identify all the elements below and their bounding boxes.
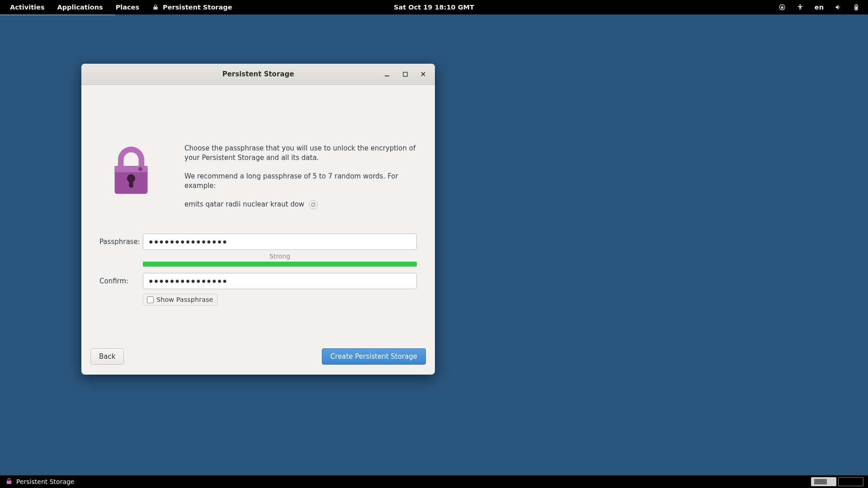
svg-rect-6 (385, 75, 389, 76)
svg-rect-12 (129, 178, 133, 188)
applications-menu[interactable]: Applications (51, 4, 109, 11)
svg-rect-7 (403, 72, 407, 76)
lock-icon (152, 4, 159, 11)
volume-icon[interactable] (835, 4, 842, 11)
taskbar-app-name: Persistent Storage (16, 478, 74, 485)
intro-section: Choose the passphrase that you will use … (99, 144, 417, 209)
workspace-indicator-inactive[interactable] (838, 477, 863, 486)
activities-button[interactable]: Activities (4, 4, 51, 11)
passphrase-row: Passphrase: (99, 234, 417, 250)
strength-indicator: Strong (143, 253, 417, 267)
top-bar: Activities Applications Places Persisten… (0, 0, 868, 14)
confirm-input[interactable] (143, 273, 417, 289)
lock-illustration (99, 144, 163, 209)
back-button[interactable]: Back (90, 348, 124, 365)
show-passphrase-checkbox[interactable]: Show Passphrase (143, 294, 217, 305)
progress-indicator (0, 14, 115, 15)
example-row: emits qatar radii nuclear kraut dow (184, 200, 417, 209)
taskbar-tray (809, 477, 865, 486)
confirm-label: Confirm: (99, 277, 143, 285)
lock-icon (110, 146, 152, 198)
window-title: Persistent Storage (222, 70, 294, 78)
lock-icon (5, 478, 13, 486)
clock[interactable]: Sat Oct 19 18:10 GMT (394, 4, 474, 11)
window-titlebar[interactable]: Persistent Storage (81, 64, 435, 85)
bottom-taskbar: Persistent Storage (0, 475, 868, 488)
maximize-button[interactable] (396, 64, 414, 84)
topbar-right: en (778, 4, 864, 11)
tor-status-icon[interactable] (778, 4, 786, 11)
persistent-storage-window: Persistent Storage (81, 64, 435, 375)
battery-icon[interactable] (853, 4, 860, 11)
refresh-example-button[interactable] (309, 200, 318, 209)
intro-paragraph-2: We recommend a long passphrase of 5 to 7… (184, 172, 417, 191)
intro-text: Choose the passphrase that you will use … (184, 144, 417, 209)
taskbar-app-entry[interactable]: Persistent Storage (3, 478, 77, 486)
close-button[interactable] (414, 64, 432, 84)
keyboard-layout-indicator[interactable]: en (815, 4, 824, 11)
create-persistent-storage-button[interactable]: Create Persistent Storage (322, 348, 426, 365)
svg-rect-4 (856, 4, 857, 5)
svg-marker-1 (780, 5, 784, 9)
example-passphrase: emits qatar radii nuclear kraut dow (184, 200, 304, 209)
show-passphrase-input[interactable] (147, 296, 154, 303)
confirm-row: Confirm: (99, 273, 417, 289)
window-content: Choose the passphrase that you will use … (81, 85, 435, 348)
places-menu[interactable]: Places (109, 4, 146, 11)
svg-point-10 (138, 167, 142, 171)
svg-rect-9 (115, 166, 148, 172)
passphrase-input[interactable] (143, 234, 417, 250)
window-controls (378, 64, 432, 84)
show-passphrase-label: Show Passphrase (156, 296, 213, 303)
workspace-indicator-active[interactable] (811, 477, 836, 486)
active-app-name: Persistent Storage (163, 4, 232, 11)
topbar-left: Activities Applications Places Persisten… (4, 4, 239, 11)
minimize-button[interactable] (378, 64, 396, 84)
active-app-indicator[interactable]: Persistent Storage (146, 4, 238, 11)
passphrase-label: Passphrase: (99, 238, 143, 246)
strength-label: Strong (143, 253, 417, 260)
intro-paragraph-1: Choose the passphrase that you will use … (184, 144, 417, 163)
passphrase-form: Passphrase: Strong Confirm: Show Passphr… (99, 234, 417, 305)
strength-bar (143, 262, 417, 267)
svg-point-2 (799, 4, 801, 5)
svg-rect-5 (855, 6, 857, 9)
accessibility-icon[interactable] (797, 4, 804, 11)
window-footer: Back Create Persistent Storage (81, 348, 435, 375)
